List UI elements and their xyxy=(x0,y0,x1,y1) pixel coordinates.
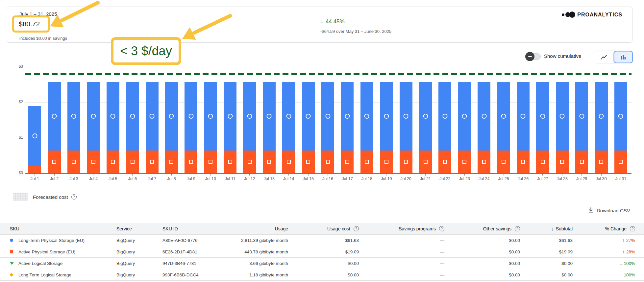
stacked-bar-jul-15[interactable] xyxy=(302,82,315,173)
circle-marker xyxy=(111,114,115,119)
axis-tick xyxy=(601,174,602,176)
daily-cost-callout-text: < 3 $/day xyxy=(120,44,172,58)
show-cumulative-toggle[interactable] xyxy=(526,53,541,60)
stacked-bar-jul-3[interactable] xyxy=(67,82,80,173)
usage-cost-cell: $0.00 xyxy=(291,272,361,277)
circle-marker xyxy=(501,114,506,119)
x-label-slot: Jul 25 xyxy=(494,174,513,181)
help-icon[interactable]: ? xyxy=(515,226,520,231)
billing-summary-card: July 1 – 31, 2025 $80.72 includes $0.00 … xyxy=(6,7,632,43)
square-marker xyxy=(541,160,545,164)
help-icon[interactable]: ? xyxy=(71,194,77,200)
square-marker xyxy=(248,160,252,164)
circle-marker xyxy=(560,114,565,119)
stacked-bar-jul-28[interactable] xyxy=(556,82,569,173)
stacked-bar-jul-30[interactable] xyxy=(595,82,608,173)
triangle-down-marker-icon xyxy=(10,262,14,265)
x-axis-label: Jul 2 xyxy=(50,176,59,181)
stacked-bar-jul-11[interactable] xyxy=(224,82,236,173)
column-header-service[interactable]: Service xyxy=(116,226,162,231)
stacked-bar-jul-14[interactable] xyxy=(282,82,295,173)
stacked-bar-jul-7[interactable] xyxy=(146,82,159,173)
x-axis-label: Jul 30 xyxy=(596,176,607,181)
stacked-bar-jul-22[interactable] xyxy=(438,82,451,173)
table-row[interactable]: Long Term Logical StorageBigQuery993F-6B… xyxy=(0,269,644,281)
x-label-slot: Jul 17 xyxy=(337,174,357,181)
column-header-other-savings[interactable]: Other savings? xyxy=(447,226,523,231)
stacked-bar-jul-13[interactable] xyxy=(263,82,276,173)
stacked-bar-jul-6[interactable] xyxy=(126,82,139,173)
stacked-bar-jul-29[interactable] xyxy=(575,82,588,173)
total-cost-value: $80.72 xyxy=(19,20,40,28)
column-header-sku-id[interactable]: SKU ID xyxy=(162,226,228,231)
arrow-down-icon: ↓ xyxy=(620,272,622,277)
help-icon[interactable]: ? xyxy=(354,226,359,231)
help-icon[interactable]: ? xyxy=(439,226,444,231)
column-header--change[interactable]: % Change? xyxy=(575,226,644,231)
chart-type-switcher xyxy=(594,51,633,63)
table-row[interactable]: Active Logical StorageBigQuery947D-3B46-… xyxy=(0,258,644,269)
axis-tick xyxy=(249,174,250,176)
sku-id-cell: A80E-AF0C-6776 xyxy=(162,238,228,243)
stacked-bar-jul-27[interactable] xyxy=(536,82,549,173)
x-axis-label: Jul 7 xyxy=(148,176,156,181)
x-label-slot: Jul 24 xyxy=(474,174,494,181)
stacked-bar-jul-31[interactable] xyxy=(614,82,627,173)
service-cell: BigQuery xyxy=(116,249,162,254)
stacked-bar-jul-5[interactable] xyxy=(107,82,119,173)
circle-marker xyxy=(91,114,96,119)
stacked-bar-jul-23[interactable] xyxy=(458,82,471,173)
stacked-bar-jul-19[interactable] xyxy=(380,82,393,173)
x-axis-label: Jul 5 xyxy=(109,176,117,181)
column-header-savings-programs[interactable]: Savings programs? xyxy=(361,226,447,231)
square-marker xyxy=(482,160,486,164)
stacked-bar-jul-20[interactable] xyxy=(400,82,412,173)
column-header-usage[interactable]: Usage xyxy=(228,226,291,231)
line-chart-button[interactable] xyxy=(594,51,613,63)
stacked-bar-jul-26[interactable] xyxy=(517,82,530,173)
stacked-bar-jul-21[interactable] xyxy=(419,82,432,173)
axis-tick xyxy=(74,174,74,176)
bar-slot-jul-28 xyxy=(553,82,572,173)
help-icon[interactable]: ? xyxy=(630,226,635,231)
stacked-bar-jul-4[interactable] xyxy=(87,82,100,173)
x-axis-label: Jul 29 xyxy=(576,176,587,181)
bar-slot-jul-12 xyxy=(240,82,259,173)
y-axis-tick-label: $1 xyxy=(9,135,23,140)
stacked-bar-jul-9[interactable] xyxy=(185,82,197,173)
stacked-bar-jul-17[interactable] xyxy=(341,82,354,173)
column-header-sku[interactable]: SKU xyxy=(0,226,116,231)
square-marker xyxy=(345,160,349,164)
x-label-slot: Jul 4 xyxy=(84,174,103,181)
bar-chart-icon xyxy=(620,54,627,60)
column-header-usage-cost[interactable]: Usage cost? xyxy=(291,226,361,231)
usage-cell: 443.78 gibibyte month xyxy=(228,249,291,254)
axis-tick xyxy=(113,174,113,176)
table-row[interactable]: Active Physical Storage (EU)BigQuery6E26… xyxy=(0,246,644,258)
usage-cost-cell: $19.09 xyxy=(291,249,361,254)
stacked-bar-jul-25[interactable] xyxy=(497,82,510,173)
x-label-slot: Jul 3 xyxy=(64,174,84,181)
x-label-slot: Jul 1 xyxy=(25,174,44,181)
bar-chart-button[interactable] xyxy=(613,51,633,63)
stacked-bar-jul-1[interactable] xyxy=(28,106,41,173)
circle-marker-icon xyxy=(10,239,13,242)
stacked-bar-jul-2[interactable] xyxy=(48,82,61,173)
stacked-bar-jul-12[interactable] xyxy=(243,82,256,173)
square-marker xyxy=(619,160,623,164)
x-axis-label: Jul 23 xyxy=(459,176,470,181)
stacked-bar-jul-10[interactable] xyxy=(204,82,217,173)
axis-tick xyxy=(171,174,172,176)
delta-percent-value: 44.45% xyxy=(326,18,345,25)
table-row[interactable]: Long-Term Physical Storage (EU)BigQueryA… xyxy=(0,235,644,246)
square-marker xyxy=(52,160,56,164)
toggle-knob[interactable] xyxy=(525,52,534,61)
sku-cell: Long-Term Physical Storage (EU) xyxy=(0,238,116,243)
download-csv-button[interactable]: Download CSV xyxy=(588,207,630,214)
stacked-bar-jul-8[interactable] xyxy=(165,82,178,173)
stacked-bar-jul-18[interactable] xyxy=(360,82,373,173)
circle-marker xyxy=(208,114,213,119)
stacked-bar-jul-16[interactable] xyxy=(321,82,334,173)
stacked-bar-jul-24[interactable] xyxy=(478,82,490,173)
column-header-subtotal[interactable]: ↓Subtotal xyxy=(523,226,575,231)
